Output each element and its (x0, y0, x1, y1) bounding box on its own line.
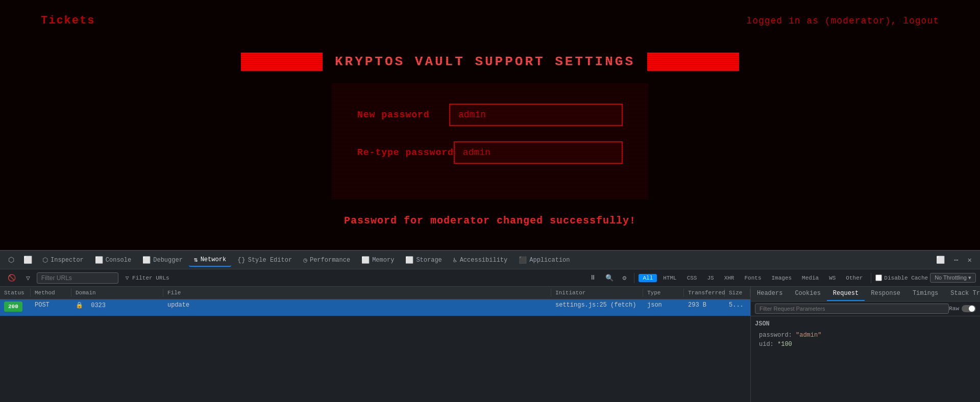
tab-application[interactable]: ⬛ Application (513, 254, 575, 266)
status-badge: 200 (4, 302, 22, 312)
filter-tag-btn[interactable]: ▽ Filter URLs (121, 273, 174, 282)
devtools-pick-btn[interactable]: ⬡ (4, 254, 18, 266)
col-initiator: Initiator (551, 289, 643, 297)
filter-ws[interactable]: WS (825, 274, 840, 282)
filter-fonts[interactable]: Fonts (740, 274, 765, 282)
filter-media[interactable]: Media (798, 274, 823, 282)
devtools-close-btn[interactable]: ✕ (964, 254, 976, 266)
header-user: logged in as (moderator), logout (746, 16, 939, 26)
row-file: update (163, 299, 551, 316)
tab-network[interactable]: ⇅ Network (189, 254, 231, 267)
filter-css[interactable]: CSS (683, 274, 701, 282)
json-value-uid: *100 (777, 341, 792, 348)
table-header: Status Method Domain File Initiator Type… (0, 287, 750, 299)
new-password-label: New password (357, 110, 430, 120)
form-row-retype: Re-type password (357, 141, 623, 164)
row-method: POST (31, 299, 71, 316)
filter-images[interactable]: Images (768, 274, 796, 282)
pause-btn[interactable]: ⏸ (586, 272, 600, 283)
tab-timings[interactable]: Timings (906, 287, 944, 301)
json-key-password: password: (759, 332, 796, 339)
form-container: New password Re-type password (332, 83, 648, 199)
tab-style-editor[interactable]: {} Style Editor (232, 254, 297, 266)
col-size: Size (725, 289, 750, 297)
filter-url-input[interactable] (37, 272, 118, 284)
title-block-right (647, 53, 739, 71)
json-row-password: password: "admin" (755, 331, 976, 340)
tab-debugger[interactable]: ⬜ Debugger (137, 254, 188, 266)
tab-storage[interactable]: ⬜ Storage (400, 254, 447, 266)
raw-toggle[interactable]: Raw (949, 305, 976, 312)
json-key-uid: uid: (759, 341, 777, 348)
separator-1 (634, 273, 634, 283)
devtools-more-btn[interactable]: ⋯ (950, 254, 962, 266)
col-file: File (163, 289, 551, 297)
search-btn[interactable]: 🔍 (602, 272, 617, 284)
separator-2 (871, 273, 871, 283)
filter-html[interactable]: HTML (659, 274, 680, 282)
retype-password-label: Re-type password (357, 147, 454, 158)
devtools-toolbar: ⬡ ⬜ ⬡ Inspector ⬜ Console ⬜ Debugger ⇅ N… (0, 251, 980, 269)
throttling-btn[interactable]: No Throttling ▾ (930, 273, 976, 283)
network-table: Status Method Domain File Initiator Type… (0, 287, 750, 402)
raw-switch[interactable] (962, 305, 976, 312)
tab-headers[interactable]: Headers (751, 287, 789, 301)
new-password-input[interactable] (449, 104, 623, 126)
col-method: Method (31, 289, 71, 297)
form-row-password: New password (357, 104, 623, 126)
tab-stack-trace[interactable]: Stack Trace (944, 287, 980, 301)
tab-request[interactable]: Request (827, 287, 865, 301)
header-logo[interactable]: Tickets (41, 14, 95, 27)
tab-response[interactable]: Response (865, 287, 906, 301)
filter-js[interactable]: JS (703, 274, 718, 282)
retype-password-input[interactable] (454, 141, 623, 164)
network-icon: ⇅ (194, 256, 198, 264)
filter-all[interactable]: All (639, 274, 657, 282)
devtools-console-btn[interactable]: ⬜ (19, 254, 36, 266)
inspector-icon: ⬡ (42, 256, 48, 264)
raw-label: Raw (949, 306, 959, 312)
json-value-password: "admin" (796, 332, 821, 339)
network-content: Status Method Domain File Initiator Type… (0, 287, 980, 402)
application-icon: ⬛ (519, 256, 527, 264)
tab-memory[interactable]: ⬜ Memory (356, 254, 399, 266)
row-status: 200 (0, 299, 31, 316)
style-editor-icon: {} (237, 256, 246, 264)
tab-inspector[interactable]: ⬡ Inspector (37, 254, 89, 266)
title-block-left (241, 53, 323, 71)
devtools-popout-btn[interactable]: ⬜ (932, 254, 949, 266)
filter-other[interactable]: Other (842, 274, 867, 282)
page-title-container: KRYPTOS VAULT SUPPORT SETTINGS (0, 53, 980, 71)
json-label: JSON (755, 320, 976, 328)
json-row-uid: uid: *100 (755, 340, 976, 349)
tab-accessibility[interactable]: ♿ Accessibility (448, 254, 512, 266)
tab-console[interactable]: ⬜ Console (90, 254, 136, 266)
right-panel: Headers Cookies Request Response Timings… (750, 287, 980, 402)
tab-performance[interactable]: ◷ Performance (298, 254, 355, 266)
row-domain: 🔒 0323 (71, 299, 163, 316)
filter-btn[interactable]: ▽ (22, 272, 34, 284)
tab-cookies[interactable]: Cookies (789, 287, 826, 301)
disable-cache-checkbox[interactable] (875, 274, 882, 281)
col-domain: Domain (71, 289, 163, 297)
disable-cache-label: Disable Cache (884, 275, 928, 281)
row-transferred: 293 B (684, 299, 725, 316)
performance-icon: ◷ (303, 256, 307, 264)
right-panel-tabs: Headers Cookies Request Response Timings… (751, 287, 980, 302)
row-type: json (643, 299, 684, 316)
storage-icon: ⬜ (405, 256, 413, 264)
settings-btn[interactable]: ⚙ (619, 272, 630, 284)
header: Tickets logged in as (moderator), logout (0, 0, 980, 37)
filter-params-input[interactable] (755, 304, 949, 314)
table-row[interactable]: 200 POST 🔒 0323 update settings.js:25 (f… (0, 299, 750, 316)
debugger-icon: ⬜ (142, 256, 151, 264)
col-transferred: Transferred (684, 289, 725, 297)
console-icon: ⬜ (95, 256, 103, 264)
right-panel-content: JSON password: "admin" uid: *100 (751, 316, 980, 402)
disable-cache-container[interactable]: Disable Cache (875, 274, 928, 281)
clear-btn[interactable]: 🚫 (4, 272, 19, 284)
success-message: Password for moderator changed successfu… (0, 210, 980, 232)
right-panel-top-row: Raw (751, 302, 980, 316)
filter-xhr[interactable]: XHR (720, 274, 739, 282)
memory-icon: ⬜ (361, 256, 370, 264)
